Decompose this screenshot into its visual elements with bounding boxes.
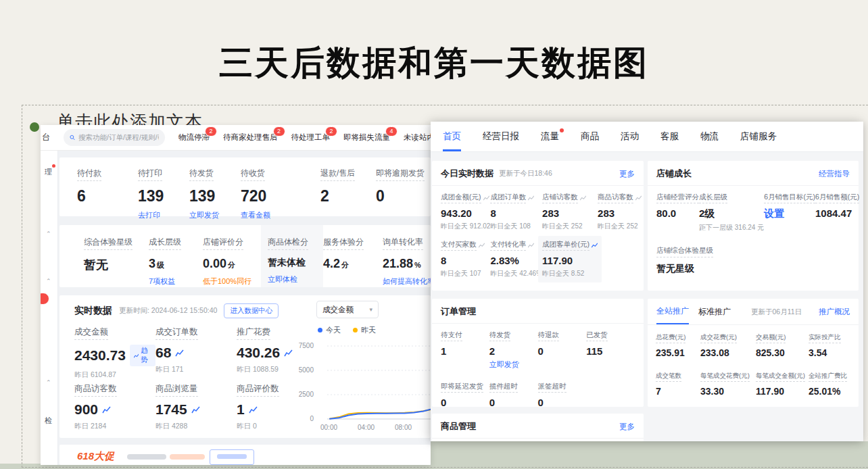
promo-618-title: 618大促 bbox=[77, 450, 114, 463]
todo-stat-to-print: 待打印 139 去打印 bbox=[138, 166, 189, 216]
chevron-up-icon[interactable]: ⌃ bbox=[46, 230, 51, 237]
nav-prefix-label: 台 bbox=[42, 132, 50, 143]
left-dashboard: 台 搜索功能/订单/课程/规则/帮助/服务 物流停滞 2 待商家处理售后 2 待… bbox=[41, 125, 431, 465]
set-target-link[interactable]: 设置 bbox=[764, 207, 815, 220]
x-axis-tick: 00:00 bbox=[320, 424, 337, 431]
y-axis-tick: 2500 bbox=[289, 391, 314, 398]
chevron-up-icon[interactable]: ⌃ bbox=[46, 278, 51, 285]
ship-now-link[interactable]: 立即发货 bbox=[189, 210, 219, 220]
trend-line-icon bbox=[580, 195, 586, 201]
promo-action-button[interactable] bbox=[210, 449, 254, 465]
chart-metric-select[interactable]: 成交金额 ▾ bbox=[316, 301, 379, 318]
improve-conversion-link[interactable]: 如何提高转化率 bbox=[383, 276, 431, 287]
tab-customer-service[interactable]: 客服 bbox=[660, 122, 679, 151]
exp-stat-product-check: 商品体检分 暂未体检 立即体检 bbox=[261, 225, 323, 287]
nav-item-aftersale-pending[interactable]: 待商家处理售后 2 bbox=[223, 132, 278, 143]
trend-line-icon bbox=[528, 195, 534, 201]
trend-line-icon bbox=[483, 195, 489, 201]
promotion-overview-link[interactable]: 推广概况 bbox=[819, 307, 850, 323]
y-axis-tick: 0 bbox=[289, 415, 314, 422]
exp-stat-shop-rating: 店铺评价分 0.00分 低于100%同行 bbox=[203, 235, 268, 287]
ship-now-link[interactable]: 立即发货 bbox=[489, 360, 519, 370]
trend-line-icon[interactable] bbox=[175, 349, 184, 357]
stat-avg-order-value: 成团客单价(元) 117.90 昨日全天 8.52 bbox=[538, 236, 602, 282]
shop-growth-card: 店铺成长 经营指导 店铺经营评分 80.0 成长层级 2级 距下一层级 316.… bbox=[648, 161, 859, 291]
y-axis-tick: 5000 bbox=[289, 366, 314, 374]
stat-growth-level: 成长层级 2级 距下一层级 316.24 元 bbox=[699, 193, 764, 232]
tab-activities[interactable]: 活动 bbox=[621, 122, 639, 151]
trend-badge[interactable]: 趋势 bbox=[130, 345, 155, 366]
todo-summary-card: 待付款 6 待打印 139 去打印 待发货 139 立即发货 待收货 720 查… bbox=[59, 157, 431, 216]
trend-line-icon[interactable] bbox=[191, 406, 200, 414]
right-top-navbar: 首页 经营日报 流量 商品 活动 客服 物流 店铺服务 bbox=[431, 122, 863, 152]
exp-stat-service-score: 服务体验分 4.2分 bbox=[323, 235, 383, 287]
stat-month-sales: 6月销售额(元) 1084.47 bbox=[815, 193, 859, 232]
notification-badge: 2 bbox=[273, 126, 285, 137]
data-center-button[interactable]: 进入数据中心 bbox=[224, 303, 279, 318]
tab-traffic[interactable]: 流量 bbox=[541, 122, 559, 151]
tab-sitewide-promotion[interactable]: 全站推广 bbox=[656, 305, 689, 324]
view-amount-link[interactable]: 查看金额 bbox=[241, 210, 270, 220]
sidebar-partial-item[interactable]: 理 bbox=[45, 167, 52, 177]
nav-item-workorder-pending[interactable]: 待处理工单 2 bbox=[291, 132, 331, 143]
chevron-down-icon: ▾ bbox=[369, 306, 372, 313]
tab-home[interactable]: 首页 bbox=[443, 122, 461, 151]
business-guide-link[interactable]: 经营指导 bbox=[819, 169, 850, 179]
more-link[interactable]: 更多 bbox=[619, 422, 635, 432]
realtime-stats-grid: 成交金额 2430.73 趋势 昨日 6104.87 成交订单数 68 昨日 1… bbox=[74, 325, 318, 438]
nav-item-traffic-loss[interactable]: 即将损失流量 4 bbox=[343, 132, 390, 143]
today-line bbox=[330, 409, 431, 419]
tab-products[interactable]: 商品 bbox=[581, 122, 599, 151]
today-realtime-card: 今日实时数据 更新于今日18:46 更多 成团金额(元) 943.20 昨日全天… bbox=[432, 161, 644, 291]
below-peers-warning: 低于100%同行 bbox=[203, 276, 251, 287]
todo-stat-overdue-ship: 即将逾期发货 0 bbox=[376, 166, 431, 216]
chart-legend: 今天 昨天 bbox=[318, 325, 376, 335]
search-input[interactable]: 搜索功能/订单/课程/规则/帮助/服务 bbox=[64, 129, 165, 146]
notification-badge: 2 bbox=[325, 126, 337, 137]
nav-item-unread-messages[interactable]: 未读站内信 68 bbox=[404, 132, 431, 143]
sidebar-count-badge bbox=[41, 293, 49, 305]
trend-line-icon bbox=[635, 195, 642, 201]
card-title: 店铺成长 bbox=[656, 168, 692, 180]
stat-deal-spend: 成交花费(元) 233.08 bbox=[700, 333, 756, 358]
stat-shop-visitors: 店铺访客数 283 昨日全天 252 bbox=[542, 193, 598, 231]
promotion-card: 全站推广 标准推广 更新于06月11日 推广概况 总花费(元) 235.91 成… bbox=[648, 299, 859, 407]
trend-line-icon[interactable] bbox=[249, 406, 258, 414]
tab-standard-promotion[interactable]: 标准推广 bbox=[698, 306, 731, 324]
stat-shipped: 已发货 115 bbox=[586, 330, 635, 370]
chevron-up-icon[interactable]: ⌃ bbox=[46, 379, 51, 386]
left-top-navbar: 台 搜索功能/订单/课程/规则/帮助/服务 物流停滞 2 待商家处理售后 2 待… bbox=[41, 125, 431, 151]
todo-value: 139 bbox=[189, 187, 241, 205]
legend-dot-yesterday bbox=[353, 328, 358, 332]
tab-logistics[interactable]: 物流 bbox=[700, 122, 719, 151]
stat-product-visitors: 商品访客数 900 昨日 2184 bbox=[74, 382, 155, 438]
clipped-goods-labels: 出售中 已售罄 已下架 bbox=[432, 439, 644, 441]
tab-shop-services[interactable]: 店铺服务 bbox=[740, 122, 777, 151]
trend-line-icon[interactable] bbox=[284, 349, 293, 357]
exp-stat-inquiry-conversion: 询单转化率 21.88% 如何提高转化率 bbox=[383, 235, 431, 287]
sidebar-red-dot bbox=[52, 164, 55, 168]
notification-badge: 4 bbox=[385, 126, 397, 137]
rights-link[interactable]: 7项权益 bbox=[149, 276, 175, 287]
clipped-text-skeleton bbox=[127, 454, 166, 460]
todo-stat-pending-payment: 待付款 6 bbox=[77, 166, 138, 216]
trend-line-icon bbox=[134, 353, 139, 359]
sidebar-partial-item[interactable]: 检 bbox=[45, 416, 52, 426]
nav-item-logistics-stalled[interactable]: 物流停滞 2 bbox=[178, 132, 210, 143]
updated-time: 更新于06月11日 bbox=[751, 307, 802, 323]
promo-618-card: 618大促 bbox=[59, 445, 431, 465]
check-now-link[interactable]: 立即体检 bbox=[268, 274, 297, 285]
trend-line-icon bbox=[592, 243, 598, 248]
clipped-text-skeleton bbox=[170, 454, 205, 460]
more-link[interactable]: 更多 bbox=[619, 169, 635, 179]
legend-dot-today bbox=[318, 328, 322, 332]
go-print-link[interactable]: 去打印 bbox=[138, 210, 160, 220]
exp-stat-growth-level: 成长层级 3级 7项权益 bbox=[149, 235, 203, 287]
tab-daily-report[interactable]: 经营日报 bbox=[483, 122, 519, 151]
page-title: 三天后数据和第一天数据图 bbox=[0, 41, 868, 86]
stat-paying-buyers: 支付买家数 8 昨日全天 107 bbox=[441, 240, 490, 278]
stat-product-visitors: 商品访客数 283 昨日全天 252 bbox=[598, 193, 642, 231]
trend-line-icon[interactable] bbox=[102, 406, 111, 414]
slide-canvas: 三天后数据和第一天数据图 单击此处添加文本 台 搜索功能/订单/课程/规则/帮助… bbox=[0, 0, 868, 469]
todo-value: 6 bbox=[77, 187, 138, 205]
